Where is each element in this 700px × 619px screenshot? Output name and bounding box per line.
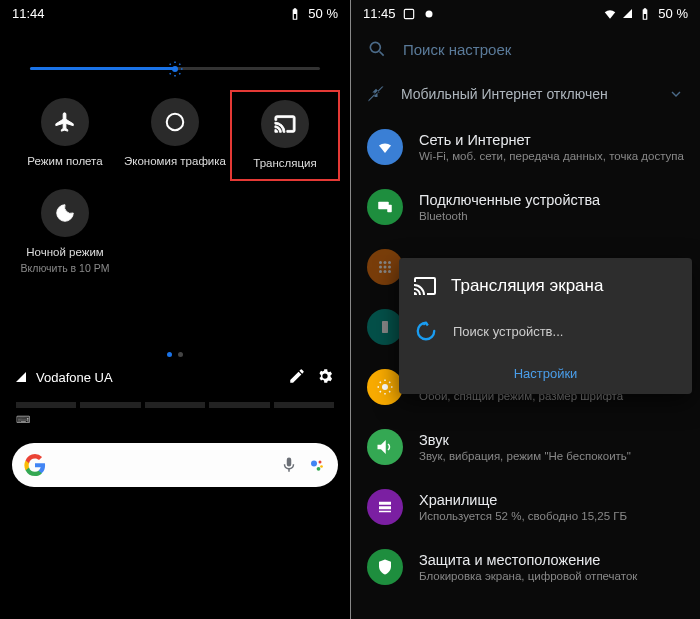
keyboard-icon: ⌨ bbox=[0, 412, 350, 427]
carrier-label: Vodafone UA bbox=[36, 370, 113, 385]
tile-label: Ночной режим bbox=[26, 245, 104, 260]
svg-point-13 bbox=[388, 261, 391, 264]
display-icon bbox=[376, 378, 394, 396]
search-icon bbox=[367, 39, 387, 59]
tile-label: Режим полета bbox=[27, 154, 102, 169]
search-placeholder: Поиск настроек bbox=[403, 41, 511, 58]
setting-sub: Bluetooth bbox=[419, 210, 600, 222]
svg-rect-6 bbox=[404, 9, 413, 18]
svg-point-15 bbox=[384, 266, 387, 269]
dialog-action-label: Настройки bbox=[514, 366, 578, 381]
svg-point-5 bbox=[317, 467, 321, 471]
battery-percent: 50 % bbox=[308, 6, 338, 21]
svg-point-4 bbox=[320, 465, 323, 468]
setting-storage[interactable]: Хранилище Используется 52 %, свободно 15… bbox=[351, 477, 700, 537]
mic-icon[interactable] bbox=[280, 456, 298, 474]
setting-title: Хранилище bbox=[419, 492, 627, 508]
battery-icon bbox=[288, 7, 302, 21]
battery-percent: 50 % bbox=[658, 6, 688, 21]
brightness-slider[interactable] bbox=[0, 27, 350, 90]
brightness-thumb-icon[interactable] bbox=[166, 60, 184, 78]
airplane-icon bbox=[54, 111, 76, 133]
setting-sub: Используется 52 %, свободно 15,25 ГБ bbox=[419, 510, 627, 522]
wifi-icon bbox=[376, 138, 394, 156]
svg-point-12 bbox=[384, 261, 387, 264]
svg-point-14 bbox=[379, 266, 382, 269]
mobile-data-banner[interactable]: Мобильный Интернет отключен bbox=[351, 71, 700, 117]
signal-icon bbox=[16, 372, 26, 382]
chevron-down-icon bbox=[668, 86, 684, 102]
setting-sub: Wi-Fi, моб. сети, передача данных, точка… bbox=[419, 150, 684, 162]
assistant-icon[interactable] bbox=[308, 456, 326, 474]
tile-sublabel: Включить в 10 PM bbox=[21, 262, 110, 274]
setting-sub: Блокировка экрана, цифровой отпечаток bbox=[419, 570, 637, 582]
dot bbox=[178, 352, 183, 357]
setting-title: Защита и местоположение bbox=[419, 552, 637, 568]
shield-icon bbox=[376, 558, 394, 576]
data-saver-icon bbox=[164, 111, 186, 133]
phone-quick-settings: 11:44 50 % Режим полета Экономия трафика bbox=[0, 0, 350, 619]
setting-title: Звук bbox=[419, 432, 631, 448]
bug-notif-icon bbox=[422, 7, 436, 21]
recent-thumbnails bbox=[0, 398, 350, 412]
qs-footer: Vodafone UA bbox=[0, 357, 350, 398]
tile-label: Экономия трафика bbox=[124, 154, 226, 169]
svg-point-2 bbox=[311, 460, 317, 466]
dialog-title: Трансляция экрана bbox=[451, 276, 603, 296]
google-logo-icon bbox=[24, 454, 46, 476]
quick-tiles: Режим полета Экономия трафика Трансляция… bbox=[0, 90, 350, 282]
sound-icon bbox=[376, 438, 394, 456]
tile-label: Трансляция bbox=[253, 156, 316, 171]
dialog-searching-text: Поиск устройств... bbox=[453, 324, 563, 339]
svg-rect-10 bbox=[387, 205, 392, 213]
wifi-icon bbox=[603, 7, 617, 21]
cast-icon bbox=[274, 113, 296, 135]
dot-active bbox=[167, 352, 172, 357]
cast-dialog: Трансляция экрана Поиск устройств... Нас… bbox=[399, 258, 692, 394]
tile-data-saver[interactable]: Экономия трафика bbox=[120, 90, 230, 181]
battery-icon bbox=[638, 7, 652, 21]
svg-point-0 bbox=[172, 66, 178, 72]
svg-point-18 bbox=[384, 270, 387, 273]
cast-icon bbox=[413, 274, 437, 298]
status-bar: 11:44 50 % bbox=[0, 0, 350, 27]
setting-connected-devices[interactable]: Подключенные устройства Bluetooth bbox=[351, 177, 700, 237]
setting-network[interactable]: Сеть и Интернет Wi-Fi, моб. сети, переда… bbox=[351, 117, 700, 177]
apps-icon bbox=[376, 258, 394, 276]
tile-cast[interactable]: Трансляция bbox=[230, 90, 340, 181]
screenshot-notif-icon bbox=[402, 7, 416, 21]
svg-rect-9 bbox=[378, 202, 389, 210]
svg-point-7 bbox=[425, 10, 432, 17]
storage-icon bbox=[376, 498, 394, 516]
svg-point-17 bbox=[379, 270, 382, 273]
setting-security[interactable]: Защита и местоположение Блокировка экран… bbox=[351, 537, 700, 597]
loading-spinner-icon bbox=[415, 320, 437, 342]
svg-rect-22 bbox=[379, 502, 391, 505]
tile-airplane-mode[interactable]: Режим полета bbox=[10, 90, 120, 181]
svg-point-1 bbox=[167, 114, 184, 131]
clock: 11:44 bbox=[12, 6, 45, 21]
svg-point-19 bbox=[388, 270, 391, 273]
settings-search[interactable]: Поиск настроек bbox=[351, 27, 700, 71]
setting-sub: Звук, вибрация, режим "Не беспокоить" bbox=[419, 450, 631, 462]
svg-point-21 bbox=[382, 384, 388, 390]
svg-rect-24 bbox=[379, 511, 391, 513]
signal-icon bbox=[623, 9, 632, 18]
svg-rect-23 bbox=[379, 506, 391, 509]
dialog-settings-button[interactable]: Настройки bbox=[413, 356, 678, 384]
setting-title: Сеть и Интернет bbox=[419, 132, 684, 148]
setting-sound[interactable]: Звук Звук, вибрация, режим "Не беспокоит… bbox=[351, 417, 700, 477]
clock: 11:45 bbox=[363, 6, 396, 21]
svg-point-8 bbox=[370, 42, 380, 52]
google-search-bar[interactable] bbox=[12, 443, 338, 487]
svg-point-11 bbox=[379, 261, 382, 264]
battery-icon bbox=[376, 318, 394, 336]
setting-title: Подключенные устройства bbox=[419, 192, 600, 208]
svg-point-16 bbox=[388, 266, 391, 269]
settings-button[interactable] bbox=[316, 367, 334, 388]
tile-night-mode[interactable]: Ночной режим Включить в 10 PM bbox=[10, 181, 120, 282]
mobile-data-off-icon bbox=[367, 85, 385, 103]
status-bar: 11:45 50 % bbox=[351, 0, 700, 27]
moon-icon bbox=[54, 202, 76, 224]
edit-button[interactable] bbox=[288, 367, 306, 388]
